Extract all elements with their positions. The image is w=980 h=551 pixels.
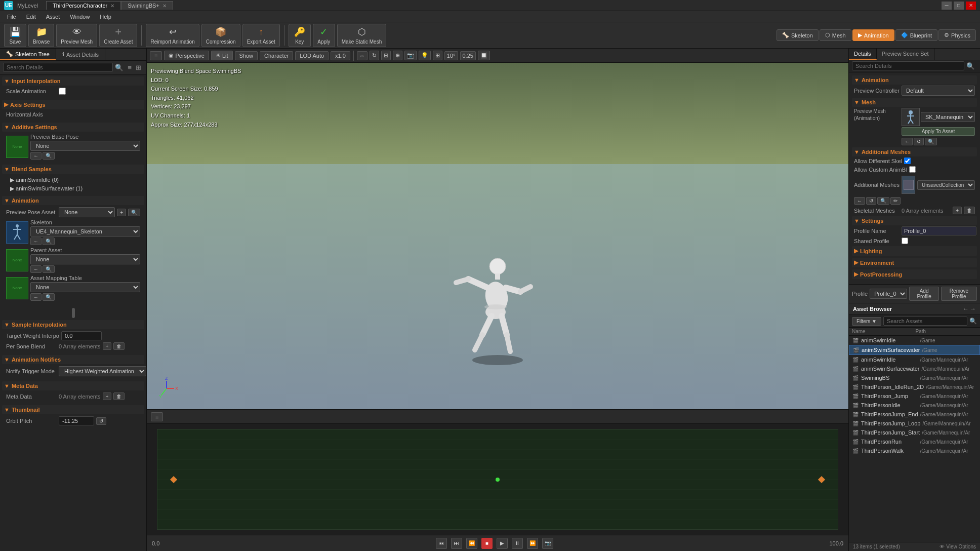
preview-pose-search-button[interactable]: 🔍 bbox=[128, 209, 140, 216]
parent-nav-button[interactable]: ← bbox=[30, 265, 42, 273]
skeleton-nav-button[interactable]: ← bbox=[30, 238, 42, 245]
navigate-back-button[interactable]: ← bbox=[30, 152, 42, 160]
rotate-button[interactable]: ↻ bbox=[370, 51, 379, 60]
asset-row[interactable]: 🎬 animSwimSurfacewater /Game bbox=[849, 345, 980, 355]
end-button[interactable]: ⏭ bbox=[451, 538, 462, 549]
camera-button[interactable]: 📷 bbox=[404, 51, 417, 60]
additional-mesh-reset-button[interactable]: ↺ bbox=[866, 197, 876, 205]
close-icon[interactable]: ✕ bbox=[110, 3, 114, 9]
meta-data-header[interactable]: ▼ Meta Data bbox=[2, 381, 144, 390]
view-options-button[interactable]: 👁 View Options bbox=[940, 544, 976, 549]
settings-header[interactable]: ▼ Settings bbox=[852, 216, 977, 225]
right-search-input[interactable] bbox=[852, 61, 964, 70]
tab-swimingbs[interactable]: SwimingBS+ ✕ bbox=[121, 1, 173, 10]
key-button[interactable]: 🔑 Key bbox=[289, 24, 311, 47]
allow-custom-anim-bp-checkbox[interactable] bbox=[909, 166, 916, 173]
viewport-menu-button[interactable]: ≡ bbox=[150, 51, 162, 60]
add-skeletal-mesh-button[interactable]: + bbox=[953, 207, 962, 214]
asset-row[interactable]: 🎬 ThirdPerson_Jump /Game/Mannequin/Ar bbox=[849, 391, 980, 401]
add-per-bone-button[interactable]: + bbox=[103, 342, 112, 350]
save-button[interactable]: 💾 Save bbox=[4, 24, 26, 47]
search-pose-button[interactable]: 🔍 bbox=[43, 152, 55, 160]
notify-trigger-dropdown[interactable]: Highest Weighted Animation bbox=[59, 366, 146, 376]
mesh-reset-button[interactable]: ↺ bbox=[914, 138, 924, 145]
play-button[interactable]: ▶ bbox=[497, 538, 508, 549]
make-static-mesh-button[interactable]: ⬡ Make Static Mesh bbox=[337, 24, 386, 47]
preview-base-pose-dropdown[interactable]: None bbox=[30, 141, 140, 151]
scale-button[interactable]: x1.0 bbox=[331, 51, 350, 60]
close-button[interactable]: ✕ bbox=[966, 2, 976, 10]
snap-button[interactable]: 10° bbox=[444, 51, 458, 60]
additional-mesh-search-button[interactable]: 🔍 bbox=[877, 197, 889, 205]
menu-help[interactable]: Help bbox=[95, 13, 116, 21]
remove-skeletal-mesh-button[interactable]: 🗑 bbox=[964, 207, 975, 214]
profile-name-input[interactable] bbox=[902, 226, 976, 235]
show-button[interactable]: Show bbox=[235, 51, 258, 60]
gizmo-button[interactable]: ⊕ bbox=[393, 51, 402, 60]
asset-mapping-dropdown[interactable]: None bbox=[30, 282, 140, 292]
asset-row[interactable]: 🎬 animSwimIdle /Game/Mannequin/Ar bbox=[849, 355, 980, 364]
preview-controller-dropdown[interactable]: Default bbox=[902, 86, 975, 96]
create-asset-button[interactable]: + Create Asset bbox=[99, 24, 137, 47]
menu-file[interactable]: File bbox=[2, 13, 21, 21]
grid-button[interactable]: ⊞ bbox=[433, 51, 442, 60]
blend-sample-item-1[interactable]: ▶ animSwimSurfacewater (1) bbox=[6, 184, 140, 193]
timeline-content[interactable] bbox=[147, 424, 848, 535]
asset-search-input[interactable] bbox=[883, 317, 967, 326]
remove-meta-button[interactable]: 🗑 bbox=[113, 392, 125, 400]
environment-header[interactable]: ▶ Environment bbox=[852, 258, 977, 267]
mapping-search-button[interactable]: 🔍 bbox=[43, 293, 55, 301]
blueprint-mode-tab[interactable]: 🔷 Blueprint bbox=[895, 29, 937, 41]
menu-window[interactable]: Window bbox=[65, 13, 95, 21]
animation-mode-tab[interactable]: ▶ Animation bbox=[852, 29, 894, 41]
profile-dropdown[interactable]: Profile_0 bbox=[870, 289, 907, 299]
remove-profile-button[interactable]: Remove Profile bbox=[941, 287, 977, 301]
skeleton-mode-tab[interactable]: 🦴 Skeleton bbox=[777, 29, 819, 41]
preview-scene-set-tab[interactable]: Preview Scene Set bbox=[877, 49, 934, 60]
search-button[interactable]: 🔍 bbox=[113, 64, 126, 71]
skeleton-search-button[interactable]: 🔍 bbox=[43, 238, 55, 245]
mapping-nav-button[interactable]: ← bbox=[30, 293, 42, 301]
asset-search-button[interactable]: 🔍 bbox=[969, 318, 977, 325]
physics-mode-tab[interactable]: ⚙ Physics bbox=[938, 29, 976, 41]
tab-thirdpersoncharacter[interactable]: ThirdPersonCharacter ✕ bbox=[46, 1, 121, 10]
add-profile-button[interactable]: Add Profile bbox=[909, 287, 939, 301]
asset-row[interactable]: 🎬 ThirdPersonJump_Start /Game/Mannequin/… bbox=[849, 428, 980, 437]
asset-row[interactable]: 🎬 ThirdPersonRun /Game/Mannequin/Ar bbox=[849, 437, 980, 446]
asset-row[interactable]: 🎬 ThirdPersonWalk /Game/Mannequin/Ar bbox=[849, 446, 980, 455]
animation-notifies-header[interactable]: ▼ Animation Notifies bbox=[2, 355, 144, 364]
lod-auto-button[interactable]: LOD Auto bbox=[295, 51, 329, 60]
apply-to-asset-button[interactable]: Apply To Asset bbox=[902, 127, 975, 136]
allow-different-skeleton-checkbox[interactable] bbox=[904, 158, 911, 164]
preview-pose-nav-button[interactable]: + bbox=[117, 209, 126, 216]
view-mode-button[interactable]: 🔲 bbox=[478, 51, 490, 60]
blend-sample-item-0[interactable]: ▶ animSwimIdle (0) bbox=[6, 176, 140, 184]
menu-asset[interactable]: Asset bbox=[41, 13, 65, 21]
sample-interpolation-header[interactable]: ▼ Sample Interpolation bbox=[2, 320, 144, 329]
remove-per-bone-button[interactable]: 🗑 bbox=[113, 342, 125, 350]
scale-animation-checkbox[interactable] bbox=[59, 88, 66, 95]
timeline-menu-button[interactable]: ≡ bbox=[151, 412, 163, 421]
preview-mesh-dropdown[interactable]: SK_Mannequin bbox=[921, 112, 975, 122]
mesh-search-button[interactable]: 🔍 bbox=[925, 138, 937, 145]
postprocessing-header[interactable]: ▶ PostProcessing bbox=[852, 269, 977, 279]
view-options-button[interactable]: ⊞ bbox=[134, 64, 143, 71]
reimport-animation-button[interactable]: ↩ Reimport Animation bbox=[146, 24, 199, 47]
menu-edit[interactable]: Edit bbox=[21, 13, 41, 21]
skeleton-dropdown[interactable]: UE4_Mannequin_Skeleton bbox=[30, 226, 140, 237]
additive-settings-header[interactable]: ▼ Additive Settings bbox=[2, 123, 144, 132]
apply-button[interactable]: ✓ Apply bbox=[313, 24, 335, 47]
asset-row[interactable]: 🎬 animSwimIdle /Game bbox=[849, 336, 980, 345]
blend-samples-header[interactable]: ▼ Blend Samples bbox=[2, 165, 144, 174]
details-tab[interactable]: Details bbox=[849, 49, 877, 60]
parent-search-button[interactable]: 🔍 bbox=[43, 265, 55, 273]
asset-row[interactable]: 🎬 SwimingBS /Game/Mannequin/Ar bbox=[849, 373, 980, 382]
orbit-pitch-input[interactable] bbox=[59, 416, 94, 425]
additional-meshes-header[interactable]: ▼ Additional Meshes bbox=[852, 147, 977, 156]
preview-mesh-button[interactable]: 👁 Preview Mesh bbox=[56, 24, 97, 47]
preview-pose-dropdown[interactable]: None bbox=[59, 207, 115, 217]
asset-row[interactable]: 🎬 ThirdPersonJump_Loop /Game/Mannequin/A… bbox=[849, 419, 980, 428]
asset-row[interactable]: 🎬 ThirdPerson_IdleRun_2D /Game/Mannequin… bbox=[849, 382, 980, 391]
export-asset-button[interactable]: ↑ Export Asset bbox=[242, 24, 280, 47]
viewport[interactable]: Previewing Blend Space SwimingBS LOD: 0 … bbox=[147, 63, 848, 409]
